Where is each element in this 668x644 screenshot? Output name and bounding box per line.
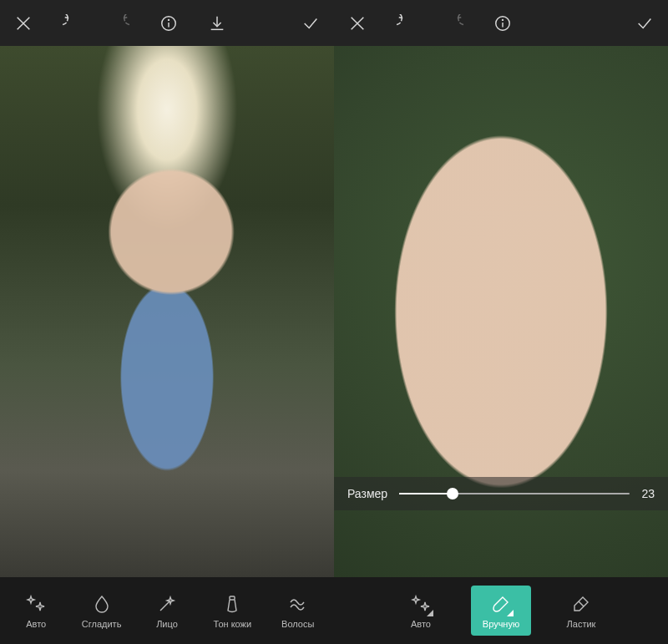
- photo-canvas[interactable]: [0, 46, 334, 577]
- tool-eraser[interactable]: Ластик: [551, 586, 611, 636]
- confirm-button[interactable]: [633, 12, 656, 35]
- size-slider-row: Размер 23: [334, 477, 668, 510]
- close-button[interactable]: [346, 12, 369, 35]
- topbar-right-group: [633, 12, 656, 35]
- sparkle-icon: [410, 593, 432, 615]
- tool-label: Ластик: [567, 619, 596, 629]
- slider-value: 23: [641, 487, 655, 500]
- tool-hair[interactable]: Волосы: [266, 586, 330, 636]
- wave-icon: [287, 593, 309, 615]
- editor-pane-right: Размер 23 Авто Вручную Ластик: [334, 0, 668, 644]
- editor-pane-left: Авто Сгладить Лицо Тон кожи Волосы: [0, 0, 334, 644]
- tool-label: Лицо: [156, 619, 178, 629]
- top-toolbar: [334, 0, 668, 46]
- bottom-toolbar: Авто Сгладить Лицо Тон кожи Волосы: [0, 577, 334, 644]
- tube-icon: [221, 593, 243, 615]
- download-button[interactable]: [205, 12, 229, 35]
- wand-icon: [156, 593, 178, 615]
- topbar-left-group: [12, 12, 229, 35]
- tool-label: Авто: [411, 619, 431, 629]
- slider-fill: [399, 493, 453, 494]
- info-button[interactable]: [491, 12, 514, 35]
- eraser-icon: [570, 593, 592, 615]
- photo-subject: [60, 163, 274, 545]
- bottom-toolbar: Авто Вручную Ластик: [334, 577, 668, 644]
- app-root: Авто Сгладить Лицо Тон кожи Волосы: [0, 0, 668, 644]
- size-slider[interactable]: [399, 493, 630, 494]
- tool-label: Авто: [26, 619, 46, 629]
- close-button[interactable]: [12, 12, 35, 35]
- sparkle-icon: [25, 593, 47, 615]
- brush-icon: [490, 593, 512, 615]
- confirm-button[interactable]: [299, 12, 322, 35]
- expand-indicator-icon: [507, 610, 514, 616]
- tool-manual[interactable]: Вручную: [471, 586, 531, 636]
- tool-auto[interactable]: Авто: [391, 586, 451, 636]
- redo-button[interactable]: [109, 12, 132, 35]
- redo-button[interactable]: [443, 12, 466, 35]
- info-button[interactable]: [157, 12, 180, 35]
- slider-label: Размер: [347, 487, 387, 500]
- tool-label: Сгладить: [82, 619, 122, 629]
- tool-label: Вручную: [483, 619, 519, 629]
- tool-face[interactable]: Лицо: [135, 586, 199, 636]
- topbar-right-group: [299, 12, 322, 35]
- tool-skin-tone[interactable]: Тон кожи: [200, 586, 264, 636]
- tool-label: Тон кожи: [214, 619, 252, 629]
- expand-indicator-icon: [427, 610, 433, 616]
- drop-icon: [91, 593, 113, 615]
- tool-auto[interactable]: Авто: [4, 586, 68, 636]
- photo-canvas[interactable]: Размер 23: [334, 46, 668, 577]
- tool-label: Волосы: [281, 619, 314, 629]
- tool-smooth[interactable]: Сгладить: [70, 586, 134, 636]
- undo-button[interactable]: [394, 12, 418, 35]
- topbar-left-group: [346, 12, 514, 35]
- undo-button[interactable]: [60, 12, 84, 35]
- top-toolbar: [0, 0, 334, 46]
- slider-thumb[interactable]: [447, 488, 458, 499]
